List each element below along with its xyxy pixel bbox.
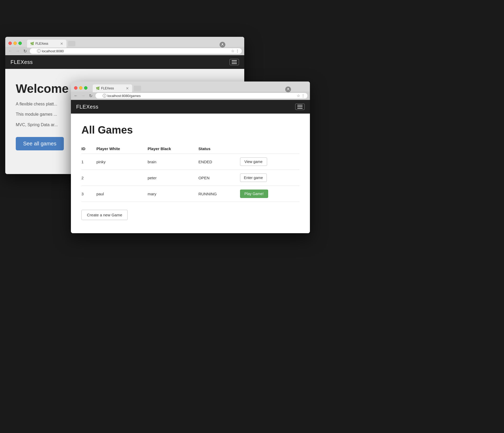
create-new-game-button[interactable]: Create a new Game	[81, 210, 128, 220]
tab-title-games: FLEXess	[101, 86, 114, 90]
new-tab-area-home	[68, 41, 75, 46]
active-tab-home[interactable]: 🌿 FLEXess ✕	[27, 40, 66, 48]
user-icon-home[interactable]	[220, 42, 225, 48]
row2-action-cell: Enter game	[240, 170, 299, 186]
close-button-home[interactable]	[8, 42, 12, 45]
row1-status: ENDED	[198, 154, 240, 170]
enter-game-button-2[interactable]: Enter game	[240, 174, 267, 182]
row3-status: RUNNING	[198, 186, 240, 202]
col-header-status: Status	[198, 144, 240, 154]
back-button-games[interactable]: ←	[73, 93, 79, 99]
close-button-games[interactable]	[74, 86, 77, 90]
maximize-button-home[interactable]	[18, 42, 22, 45]
bookmark-icon-home[interactable]: ☆	[231, 49, 235, 53]
row1-white: pinky	[96, 154, 148, 170]
info-icon-games: i	[103, 94, 106, 98]
app-navbar-home: FLEXess	[5, 55, 244, 69]
forward-button-home[interactable]: →	[15, 48, 20, 54]
play-game-button-3[interactable]: Play Game!	[240, 190, 268, 198]
active-tab-games[interactable]: 🌿 FLEXess ✕	[93, 84, 132, 92]
app-brand-home[interactable]: FLEXess	[11, 59, 33, 65]
row1-black: brain	[148, 154, 198, 170]
new-tab-area-games	[134, 86, 141, 91]
more-options-icon-games[interactable]: ⋮	[301, 94, 305, 98]
svg-point-1	[288, 88, 289, 89]
col-header-action	[240, 144, 299, 154]
row1-action-cell: View game	[240, 154, 299, 170]
hamburger-btn-games[interactable]	[295, 104, 305, 110]
title-bar-games: 🌿 FLEXess ✕	[71, 81, 310, 91]
address-input-home[interactable]: i localhost:8080 ☆ ⋮	[29, 48, 242, 54]
row1-id: 1	[81, 154, 96, 170]
row3-id: 3	[81, 186, 96, 202]
tab-title-home: FLEXess	[35, 42, 48, 45]
browser-window-games: 🌿 FLEXess ✕ ← → ↻ i localhost:8080/ga	[71, 81, 310, 233]
col-header-white: Player White	[96, 144, 148, 154]
row3-action-cell: Play Game!	[240, 186, 299, 202]
col-header-id: ID	[81, 144, 96, 154]
more-options-icon-home[interactable]: ⋮	[236, 49, 239, 53]
refresh-button-games[interactable]: ↻	[88, 93, 93, 99]
url-text-home: localhost:8080	[42, 49, 64, 53]
address-bar-home: ← → ↻ i localhost:8080 ☆ ⋮	[5, 47, 244, 55]
view-game-button-1[interactable]: View game	[240, 157, 267, 166]
bookmark-icon-games[interactable]: ☆	[297, 94, 300, 98]
row3-black: mary	[148, 186, 198, 202]
row2-black: peter	[148, 170, 198, 186]
address-bar-games: ← → ↻ i localhost:8080/games ☆ ⋮	[71, 91, 310, 100]
traffic-lights-games	[74, 86, 87, 90]
table-row: 3 paul mary RUNNING Play Game!	[81, 186, 299, 202]
hamburger-btn-home[interactable]	[230, 59, 239, 65]
games-page-body: All Games ID Player White Player Black S…	[71, 114, 310, 233]
table-row: 2 peter OPEN Enter game	[81, 170, 299, 186]
info-icon-home: i	[37, 49, 41, 53]
address-input-games[interactable]: i localhost:8080/games ☆ ⋮	[95, 93, 308, 99]
svg-point-0	[222, 43, 223, 45]
minimize-button-games[interactable]	[79, 86, 82, 90]
row2-status: OPEN	[198, 170, 240, 186]
minimize-button-home[interactable]	[13, 42, 17, 45]
forward-button-games[interactable]: →	[80, 93, 86, 99]
user-icon-games[interactable]	[285, 86, 291, 92]
row2-white	[96, 170, 148, 186]
tab-close-home[interactable]: ✕	[60, 42, 63, 45]
url-text-games: localhost:8080/games	[107, 94, 141, 98]
table-header-row: ID Player White Player Black Status	[81, 144, 299, 154]
tab-favicon-home: 🌿	[30, 42, 34, 45]
col-header-black: Player Black	[148, 144, 198, 154]
maximize-button-games[interactable]	[84, 86, 87, 90]
tab-close-games[interactable]: ✕	[126, 86, 129, 90]
hamburger-line-1	[232, 60, 237, 61]
hamburger-line-g1	[297, 105, 303, 105]
hamburger-line-g3	[297, 108, 303, 109]
refresh-button-home[interactable]: ↻	[22, 48, 28, 54]
app-brand-games[interactable]: FLEXess	[76, 104, 98, 110]
see-all-games-button[interactable]: See all games	[16, 137, 64, 150]
row3-white: paul	[96, 186, 148, 202]
games-title: All Games	[81, 124, 299, 136]
hamburger-line-g2	[297, 106, 303, 107]
hamburger-line-3	[232, 63, 237, 64]
back-button-home[interactable]: ←	[7, 48, 13, 54]
row2-id: 2	[81, 170, 96, 186]
tab-favicon-games: 🌿	[96, 86, 100, 90]
title-bar-home: 🌿 FLEXess ✕	[5, 37, 244, 47]
app-navbar-games: FLEXess	[71, 100, 310, 114]
table-row: 1 pinky brain ENDED View game	[81, 154, 299, 170]
traffic-lights-home	[8, 42, 22, 45]
games-table: ID Player White Player Black Status 1 pi…	[81, 144, 299, 202]
hamburger-line-2	[232, 62, 237, 62]
